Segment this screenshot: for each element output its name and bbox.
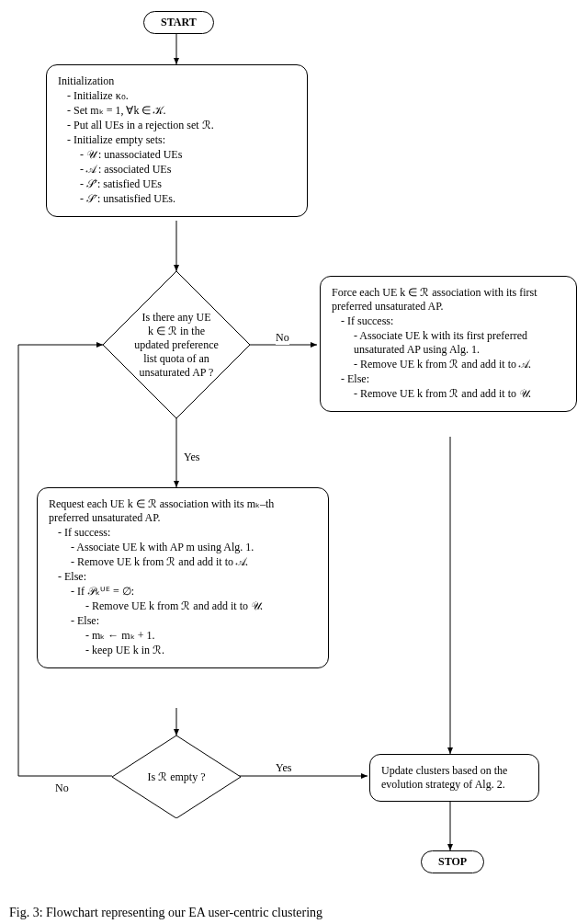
force-ifs: If success: — [341, 314, 565, 328]
update-text: Update clusters based on the evolution s… — [381, 764, 527, 792]
force-els: Else: — [341, 372, 565, 386]
force-ifs2: Remove UE k from ℛ and add it to 𝒜. — [354, 358, 565, 371]
force-box: Force each UE k ∈ ℛ association with its… — [320, 276, 577, 412]
init-s2: 𝒜 : associated UEs — [80, 163, 296, 177]
init-l1: Initialize κ₀. — [67, 89, 296, 103]
force-else-list: Remove UE k from ℛ and add it to 𝒰. — [332, 387, 565, 401]
init-box: Initialization Initialize κ₀. Set mₖ = 1… — [46, 64, 308, 217]
dec1-l5: unsaturated AP ? — [134, 366, 219, 380]
request-ifs: If success: — [58, 526, 317, 540]
request-pelse1: mₖ ← mₖ + 1. — [85, 629, 317, 643]
dec1-l2: k ∈ ℛ in the — [134, 325, 219, 338]
dec1-no-label: No — [276, 331, 289, 345]
stop-label: STOP — [438, 855, 467, 868]
dec1-l1: Is there any UE — [134, 311, 219, 325]
request-pelse2: keep UE k in ℛ. — [85, 644, 317, 657]
request-ifs-hdr: If success: — [49, 526, 317, 540]
request-title: Request each UE k ∈ ℛ association with i… — [49, 497, 317, 525]
force-ifs1: Associate UE k with its first preferred … — [354, 329, 565, 357]
init-title: Initialization — [58, 74, 296, 88]
init-l3: Put all UEs in a rejection set ℛ. — [67, 119, 296, 132]
request-ifs-list: Associate UE k with AP m using Alg. 1. R… — [49, 541, 317, 569]
init-l2: Set mₖ = 1, ∀k ∈ 𝒦. — [67, 104, 296, 118]
init-sets: 𝒰 : unassociated UEs 𝒜 : associated UEs … — [58, 148, 296, 206]
dec1-l4: list quota of an — [134, 352, 219, 366]
dec2-no-label: No — [55, 781, 69, 795]
dec1-yes-label: Yes — [184, 451, 199, 464]
start-terminal: START — [143, 11, 214, 34]
force-title: Force each UE k ∈ ℛ association with its… — [332, 286, 565, 314]
update-box: Update clusters based on the evolution s… — [369, 754, 539, 802]
init-list: Initialize κ₀. Set mₖ = 1, ∀k ∈ 𝒦. Put a… — [58, 89, 296, 147]
init-l4: Initialize empty sets: — [67, 133, 296, 147]
dec1-text: Is there any UE k ∈ ℛ in the updated pre… — [103, 271, 250, 418]
decision-ue-in-preference: Is there any UE k ∈ ℛ in the updated pre… — [103, 271, 250, 418]
request-pelse-list: mₖ ← mₖ + 1. keep UE k in ℛ. — [49, 629, 317, 657]
force-ifs-list: Associate UE k with its first preferred … — [332, 329, 565, 371]
stop-terminal: STOP — [421, 850, 484, 873]
init-s1: 𝒰 : unassociated UEs — [80, 148, 296, 162]
request-else-hdr: Else: — [49, 570, 317, 584]
request-els: Else: — [58, 570, 317, 584]
dec2-yes-label: Yes — [276, 761, 291, 775]
figure-caption: Fig. 3: Flowchart representing our EA us… — [9, 906, 322, 920]
request-pempty: If 𝒫ₖᵁᴱ = ∅: — [71, 585, 317, 599]
request-pelse-hdr: Else: — [49, 614, 317, 628]
force-else-hdr: Else: — [332, 372, 565, 386]
force-els1: Remove UE k from ℛ and add it to 𝒰. — [354, 387, 565, 401]
request-pempty-hdr: If 𝒫ₖᵁᴱ = ∅: — [49, 585, 317, 599]
request-pempty1: Remove UE k from ℛ and add it to 𝒰. — [85, 599, 317, 613]
decision-r-empty: Is ℛ empty ? — [112, 736, 241, 818]
init-s4: 𝒮⁻: unsatisfied UEs. — [80, 192, 296, 206]
dec1-l3: updated preference — [134, 338, 219, 352]
request-ifs1: Associate UE k with AP m using Alg. 1. — [71, 541, 317, 554]
force-list: If success: — [332, 314, 565, 328]
request-box: Request each UE k ∈ ℛ association with i… — [37, 487, 329, 668]
dec2-text: Is ℛ empty ? — [112, 736, 241, 818]
request-pelse: Else: — [71, 614, 317, 628]
request-ifs2: Remove UE k from ℛ and add it to 𝒜. — [71, 555, 317, 569]
init-s3: 𝒮⁺: satisfied UEs — [80, 177, 296, 191]
request-pempty-list: Remove UE k from ℛ and add it to 𝒰. — [49, 599, 317, 613]
start-label: START — [161, 16, 197, 29]
